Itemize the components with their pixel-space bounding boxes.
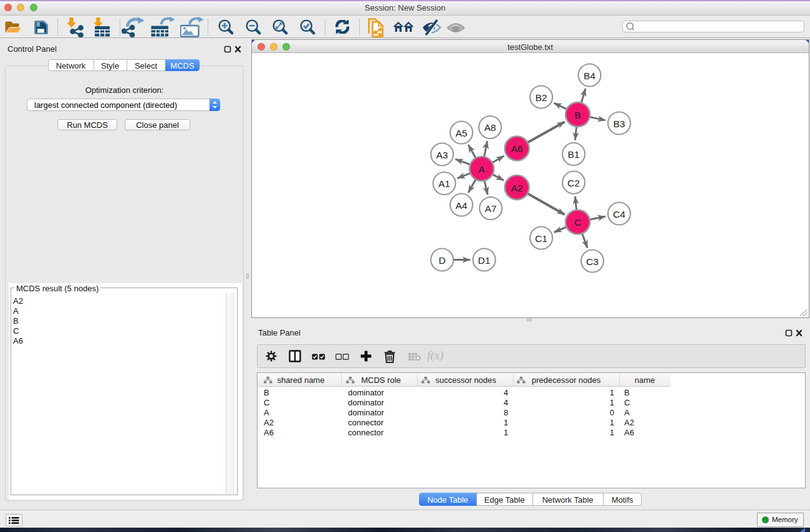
svg-text:C: C	[574, 217, 581, 228]
svg-text:B2: B2	[536, 92, 547, 103]
svg-text:A4: A4	[456, 200, 468, 211]
svg-text:B1: B1	[568, 149, 580, 160]
svg-text:A7: A7	[485, 203, 497, 214]
svg-text:A8: A8	[485, 122, 496, 133]
svg-text:C1: C1	[535, 233, 547, 244]
svg-text:C3: C3	[586, 256, 599, 267]
svg-text:B: B	[574, 110, 581, 120]
svg-text:C4: C4	[613, 209, 625, 220]
svg-text:A3: A3	[436, 150, 448, 160]
svg-text:D1: D1	[478, 255, 491, 266]
svg-text:A1: A1	[438, 178, 450, 189]
svg-text:B4: B4	[584, 70, 595, 81]
svg-text:A6: A6	[511, 143, 523, 154]
svg-text:B3: B3	[614, 118, 625, 129]
svg-text:C2: C2	[567, 178, 580, 188]
svg-text:A2: A2	[511, 183, 523, 193]
svg-text:A: A	[478, 164, 485, 175]
svg-text:A5: A5	[456, 128, 468, 138]
svg-text:D: D	[438, 255, 445, 266]
